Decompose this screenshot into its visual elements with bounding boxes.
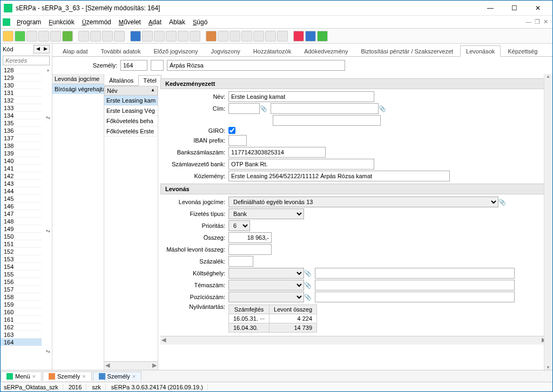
tb-13[interactable] [154, 31, 165, 42]
sidebar-row[interactable]: 136 [1, 127, 42, 134]
szaml-input[interactable] [228, 159, 374, 170]
mdi-min-icon[interactable]: — [525, 18, 531, 25]
menu-adat[interactable]: Adat [145, 17, 165, 27]
tb-14[interactable] [166, 31, 177, 42]
tb-10[interactable] [114, 31, 125, 42]
mid-list[interactable]: Név▲Erste Leasing kamErste Leasing VégFő… [104, 86, 158, 361]
tb-16[interactable] [190, 31, 200, 42]
tab-ad-kedvezm-ny[interactable]: Adókedvezmény [298, 45, 354, 56]
sidebar-row[interactable]: 142 [1, 172, 42, 180]
maximize-button[interactable]: ☐ [503, 2, 525, 15]
poz-select[interactable] [228, 292, 304, 302]
clip-icon-3[interactable]: 📎 [498, 199, 506, 206]
sidebar-row[interactable]: 153 [1, 255, 42, 263]
tb-1[interactable] [3, 31, 14, 42]
scroll-right-icon[interactable]: ▶ [152, 362, 157, 370]
sidebar-row[interactable]: 141 [1, 165, 42, 172]
tab-levon-sok[interactable]: Levonások [460, 45, 501, 57]
sidebar-row[interactable]: 145 [1, 195, 42, 202]
sidebar-row[interactable]: 148 [1, 218, 42, 225]
tab-biztos-t-si-p-nzt-r-szakszervezet[interactable]: Biztosítási pénztár / Szakszervezet [355, 45, 459, 56]
nav-prev-icon[interactable]: ◀ [34, 45, 42, 53]
clip-icon-2[interactable]: 📎 [379, 105, 386, 112]
jogc-select[interactable]: Definiálható egyéb levonás 13 [228, 197, 498, 207]
tb-5[interactable] [50, 31, 61, 42]
scroll-handle-3[interactable]: ▾▴ [45, 349, 51, 354]
tab-el-z-jogviszony[interactable]: Előző jogviszony [147, 45, 204, 56]
sidebar-search-input[interactable] [3, 56, 50, 65]
mid-row[interactable]: Főkövetelés beha [104, 116, 158, 126]
tb-23[interactable] [277, 31, 288, 42]
sidebar-row[interactable]: 159 [1, 301, 42, 308]
person-aux-input[interactable] [151, 60, 164, 71]
sidebar-row[interactable]: 162 [1, 323, 42, 331]
sidebar-row[interactable]: 134 [1, 112, 42, 119]
mashol-input[interactable] [228, 244, 272, 255]
tb-25[interactable] [305, 31, 316, 42]
nev-input[interactable] [228, 91, 374, 102]
person-code-input[interactable] [120, 60, 147, 71]
menu-ablak[interactable]: Ablak [166, 17, 188, 27]
sidebar-row[interactable]: 138 [1, 142, 42, 150]
sidebar-row[interactable]: 139 [1, 150, 42, 157]
tema-input[interactable] [315, 280, 515, 290]
nyilv-table[interactable]: SzámfejtésLevont összeg 16.05.31. ···4 2… [228, 305, 317, 333]
tb-22[interactable] [265, 31, 276, 42]
close-button[interactable]: ✕ [527, 2, 549, 15]
sidebar-row[interactable]: 137 [1, 134, 42, 142]
fiz-select[interactable]: Bank [228, 208, 304, 219]
menu-uzemmod[interactable]: Üzemmód [79, 17, 114, 27]
sidebar-row[interactable]: 147 [1, 210, 42, 218]
giro-checkbox[interactable] [228, 127, 235, 134]
tb-20[interactable] [241, 31, 252, 42]
clip-icon-5[interactable]: 📎 [304, 282, 312, 289]
sidebar-row[interactable]: 129 [1, 74, 42, 82]
tb-4[interactable] [38, 31, 49, 42]
sidebar-row[interactable]: 157 [1, 286, 42, 293]
mdi-close-icon[interactable]: ✕ [543, 18, 548, 25]
sidebar-row[interactable]: 146 [1, 202, 42, 210]
scroll-handle-1[interactable]: ▾▴ [45, 115, 51, 120]
bank-input[interactable] [228, 147, 326, 158]
cim-input-1[interactable] [228, 103, 260, 114]
sidebar-row[interactable]: 140 [1, 157, 42, 165]
sidebar-row[interactable]: 155 [1, 271, 42, 278]
bottom-tab-menu[interactable]: Menü× [1, 371, 42, 381]
tb-2[interactable] [15, 31, 25, 42]
clip-icon-1[interactable]: 📎 [260, 105, 267, 112]
sidebar-row[interactable]: 130 [1, 82, 42, 89]
ossz-input[interactable] [228, 232, 272, 243]
sidebar-row[interactable]: 143 [1, 180, 42, 187]
tb-18[interactable] [218, 31, 228, 42]
scroll-handle-2[interactable]: ▾▴ [45, 228, 51, 233]
sidebar-row[interactable]: 152 [1, 248, 42, 255]
sidebar-row[interactable]: 150 [1, 233, 42, 240]
iban-input[interactable] [228, 135, 247, 146]
minimize-button[interactable]: — [479, 2, 502, 15]
mid-row[interactable]: Erste Leasing Vég [104, 106, 158, 116]
form-scrollbar[interactable] [544, 74, 552, 370]
sidebar-row[interactable]: 156 [1, 278, 42, 286]
tb-6[interactable] [62, 31, 73, 42]
poz-input[interactable] [315, 292, 515, 302]
bottom-tab-szemely-1[interactable]: Személy× [43, 371, 92, 381]
sidebar-row[interactable]: 135 [1, 119, 42, 127]
menu-sugo[interactable]: Súgó [190, 17, 211, 27]
tb-3[interactable] [26, 31, 37, 42]
menu-program[interactable]: PProgramrogram [14, 17, 44, 27]
bottom-tab-szemely-2[interactable]: Személy× [93, 371, 142, 381]
nav-next-icon[interactable]: ▶ [42, 45, 49, 53]
mid-row[interactable]: Főkövetelés Erste [104, 126, 158, 137]
tb-9[interactable] [102, 31, 113, 42]
person-name-input[interactable] [167, 60, 345, 71]
tb-8[interactable] [90, 31, 101, 42]
tab-jogviszony[interactable]: Jogviszony [205, 45, 246, 56]
tb-19[interactable] [230, 31, 240, 42]
mdi-restore-icon[interactable]: ❐ [535, 18, 540, 25]
tb-17[interactable] [206, 31, 217, 42]
tb-21[interactable] [253, 31, 264, 42]
scroll-left-icon[interactable]: ◀ [105, 362, 110, 370]
szaz-input[interactable] [228, 256, 253, 267]
kozl-input[interactable] [228, 171, 450, 181]
tab-k-pzetts-g[interactable]: Képzettség [502, 45, 543, 56]
